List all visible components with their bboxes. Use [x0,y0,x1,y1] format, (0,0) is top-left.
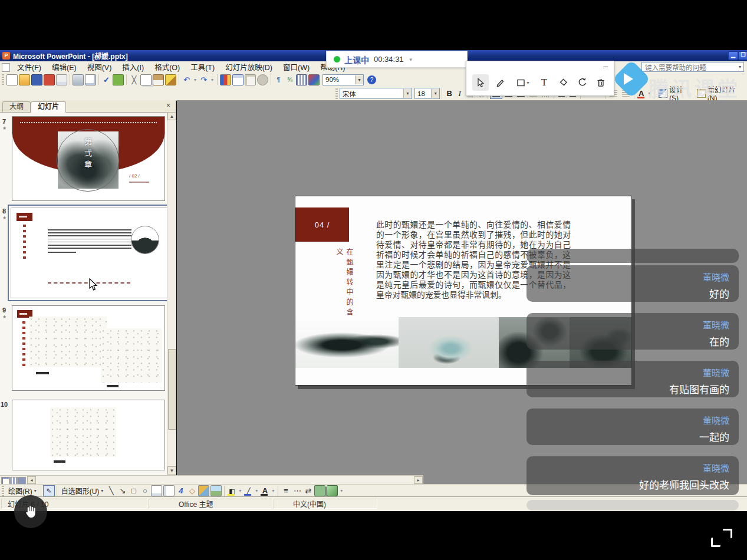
status-language[interactable]: 中文(中国) [274,499,377,509]
table-icon[interactable] [232,74,243,85]
pen-tool-icon[interactable] [492,74,509,91]
format-painter-icon[interactable] [165,74,176,85]
help-icon[interactable]: ? [367,75,376,84]
grid-icon[interactable] [296,74,307,85]
draw-font-color-button[interactable]: A [259,486,270,496]
annotation-minimize-icon[interactable]: – [603,61,608,71]
tab-outline[interactable]: 大纲 [2,101,31,112]
minimize-button[interactable]: ▁ [728,51,738,60]
shape-tool-icon[interactable]: ▾ [512,74,534,91]
toolbar-grip[interactable] [335,88,338,99]
undo-icon[interactable]: ↶ [182,75,192,85]
menu-edit[interactable]: 编辑(E) [47,61,82,73]
textbox-tool-icon[interactable] [151,485,162,496]
undo-dropdown[interactable]: ▾ [193,75,198,85]
select-objects-button[interactable]: ⇖ [43,485,55,496]
zoom-combo[interactable]: 90% ▾ [323,74,364,85]
vertical-textbox-icon[interactable] [163,485,175,496]
email-icon[interactable] [56,74,67,85]
font-name-caret-icon[interactable]: ▾ [403,89,412,98]
menu-tools[interactable]: 工具(T) [185,61,220,73]
print-preview-icon[interactable] [85,74,96,85]
clipart-icon[interactable] [198,485,209,496]
print-icon[interactable] [73,74,84,85]
show-ruler-icon[interactable]: ¾ [285,75,295,85]
rectangle-tool-icon[interactable]: □ [129,486,139,496]
pointer-tool-icon[interactable] [472,74,489,91]
scroll-right-icon[interactable]: ▸ [414,476,423,484]
spelling-icon[interactable]: ✓ [101,75,111,85]
scroll-left-icon[interactable]: ◂ [27,476,36,484]
formatting-marks-icon[interactable]: ¶ [274,75,284,85]
copy-icon[interactable] [140,74,152,85]
scrollbar-thumb[interactable] [168,349,176,430]
oval-tool-icon[interactable]: ○ [140,486,150,496]
expand-corner-icon[interactable] [723,529,732,538]
save-icon[interactable] [31,74,42,85]
tab-slides[interactable]: 幻灯片 [31,101,66,113]
expand-corner-icon[interactable] [711,538,720,547]
line-color-button[interactable]: ╱ [243,486,254,496]
redo-dropdown[interactable]: ▾ [210,75,215,85]
help-question-box[interactable]: 键入需要帮助的问题 ▾ [641,62,744,72]
autoshapes-button[interactable]: 自选图形(U)▾ [59,485,106,496]
font-size-combo[interactable]: 18 ▾ [414,88,440,99]
eraser-tool-icon[interactable] [555,74,571,91]
new-file-icon[interactable] [6,74,18,85]
toolbar-grip[interactable] [2,74,4,85]
menu-window[interactable]: 窗口(W) [278,61,315,73]
thumbnail-slide-7[interactable]: 第弍章 / 02 / [12,116,165,201]
menu-view[interactable]: 视图(V) [82,61,117,73]
redo-icon[interactable]: ↷ [199,75,209,85]
insert-picture-icon[interactable] [210,485,222,496]
paste-icon[interactable] [153,74,164,85]
pane-scrollbar[interactable]: ▲ ▼ [167,112,176,475]
diagram-icon[interactable]: ◇ [187,486,197,496]
font-name-combo[interactable]: 宋体 ▾ [340,88,412,99]
close-pane-icon[interactable]: × [166,101,170,110]
draw-menu-button[interactable]: 绘图(R)▾ [6,485,39,496]
chart-icon[interactable] [220,74,231,85]
fill-color-button[interactable]: ◧ [226,486,237,496]
shadow-style-icon[interactable] [314,485,325,496]
wordart-icon[interactable]: 4 [176,486,186,496]
toolbar-options-icon[interactable]: ▾ [339,486,344,496]
menu-format[interactable]: 格式(O) [149,61,185,73]
draw-font-color-dropdown[interactable]: ▾ [271,486,275,496]
hyperlink-icon[interactable] [257,74,268,85]
shape-dropdown-icon[interactable]: ▾ [526,80,529,85]
font-size-caret-icon[interactable]: ▾ [431,89,439,98]
menu-insert[interactable]: 插入(I) [117,61,149,73]
zoom-caret-icon[interactable]: ▾ [355,75,363,84]
color-schemes-icon[interactable] [308,74,320,85]
tables-borders-icon[interactable] [245,74,256,85]
arrow-style-icon[interactable]: ⇄ [303,486,313,496]
timer-collapse-icon[interactable]: ▾ [410,57,413,62]
toolbar-grip[interactable] [2,486,4,496]
arrow-tool-icon[interactable]: ↘ [117,486,127,496]
cut-icon[interactable]: ╳ [129,75,139,85]
line-style-icon[interactable]: ≡ [281,486,291,496]
italic-button[interactable]: I [455,88,465,99]
dash-style-icon[interactable]: ⋯ [292,486,302,496]
menu-slideshow[interactable]: 幻灯片放映(D) [220,61,278,73]
text-tool-icon[interactable]: T [536,74,552,91]
class-timer-panel[interactable]: 上课中 00:34:31 ▾ [326,51,468,68]
thumbnail-slide-10[interactable] [12,400,165,470]
3d-style-icon[interactable] [327,485,338,496]
line-tool-icon[interactable]: ╲ [106,486,116,496]
line-color-dropdown[interactable]: ▾ [254,486,259,496]
bold-button[interactable]: B [444,88,455,99]
research-icon[interactable] [113,74,124,85]
open-file-icon[interactable] [19,74,30,85]
fill-color-dropdown[interactable]: ▾ [238,486,242,496]
menu-file[interactable]: 文件(F) [12,61,47,73]
restore-button[interactable]: ❐ [738,51,747,60]
undo-annotation-icon[interactable] [574,74,590,91]
clear-all-trash-icon[interactable] [593,74,609,91]
permission-icon[interactable] [44,74,55,85]
scroll-down-icon[interactable]: ▼ [167,466,176,475]
thumbnail-slide-9[interactable] [12,305,165,391]
scroll-up-icon[interactable]: ▲ [167,112,176,120]
raise-hand-button[interactable] [14,495,47,528]
